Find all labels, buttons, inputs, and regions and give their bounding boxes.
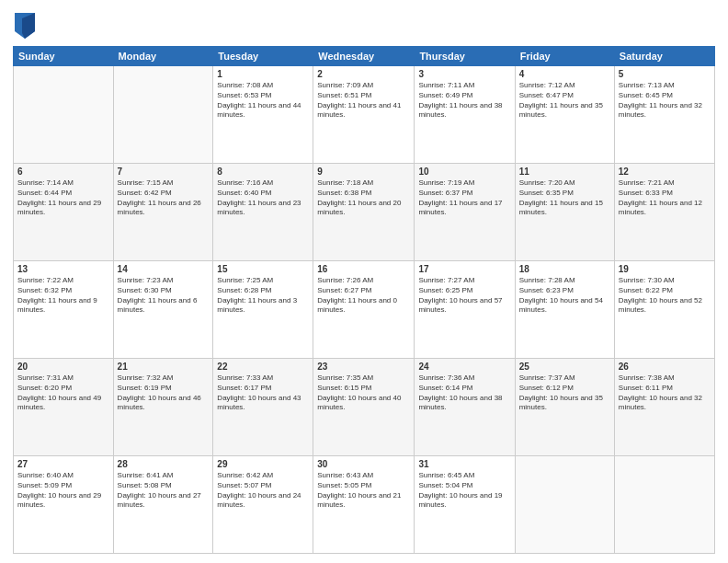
day-number: 4 <box>519 69 610 79</box>
day-number: 15 <box>217 264 309 274</box>
weekday-header-tuesday: Tuesday <box>213 47 313 66</box>
day-number: 7 <box>118 167 210 177</box>
day-number: 12 <box>619 167 711 177</box>
day-info: Sunrise: 7:21 AM Sunset: 6:33 PM Dayligh… <box>619 178 711 218</box>
day-number: 16 <box>317 264 410 274</box>
day-info: Sunrise: 7:19 AM Sunset: 6:37 PM Dayligh… <box>418 178 510 218</box>
calendar-header: SundayMondayTuesdayWednesdayThursdayFrid… <box>14 47 715 66</box>
day-number: 11 <box>519 167 610 177</box>
calendar-cell: 30Sunrise: 6:43 AM Sunset: 5:05 PM Dayli… <box>313 456 415 554</box>
calendar-cell: 19Sunrise: 7:30 AM Sunset: 6:22 PM Dayli… <box>614 261 714 359</box>
day-info: Sunrise: 7:31 AM Sunset: 6:20 PM Dayligh… <box>17 373 109 413</box>
weekday-header-thursday: Thursday <box>415 47 515 66</box>
weekday-header-friday: Friday <box>515 47 614 66</box>
day-number: 20 <box>17 362 109 372</box>
day-number: 23 <box>317 362 410 372</box>
day-info: Sunrise: 7:35 AM Sunset: 6:15 PM Dayligh… <box>317 373 410 413</box>
calendar-cell: 29Sunrise: 6:42 AM Sunset: 5:07 PM Dayli… <box>213 456 313 554</box>
day-number: 25 <box>519 362 610 372</box>
weekday-header-row: SundayMondayTuesdayWednesdayThursdayFrid… <box>14 47 715 66</box>
day-info: Sunrise: 7:14 AM Sunset: 6:44 PM Dayligh… <box>17 178 109 218</box>
day-info: Sunrise: 7:12 AM Sunset: 6:47 PM Dayligh… <box>519 81 610 121</box>
day-info: Sunrise: 7:23 AM Sunset: 6:30 PM Dayligh… <box>118 276 210 316</box>
day-number: 19 <box>619 264 711 274</box>
calendar-cell: 2Sunrise: 7:09 AM Sunset: 6:51 PM Daylig… <box>313 66 415 164</box>
calendar-cell: 27Sunrise: 6:40 AM Sunset: 5:09 PM Dayli… <box>14 456 114 554</box>
calendar-cell: 14Sunrise: 7:23 AM Sunset: 6:30 PM Dayli… <box>113 261 213 359</box>
calendar-cell: 4Sunrise: 7:12 AM Sunset: 6:47 PM Daylig… <box>515 66 614 164</box>
calendar-cell: 26Sunrise: 7:38 AM Sunset: 6:11 PM Dayli… <box>614 359 714 456</box>
day-number: 27 <box>17 459 109 469</box>
day-info: Sunrise: 7:16 AM Sunset: 6:40 PM Dayligh… <box>217 178 309 218</box>
day-info: Sunrise: 7:22 AM Sunset: 6:32 PM Dayligh… <box>17 276 109 316</box>
day-number: 24 <box>418 362 510 372</box>
calendar-cell <box>614 456 714 554</box>
day-number: 1 <box>217 69 309 79</box>
calendar-week-5: 27Sunrise: 6:40 AM Sunset: 5:09 PM Dayli… <box>14 456 715 554</box>
day-info: Sunrise: 7:08 AM Sunset: 6:53 PM Dayligh… <box>217 81 309 121</box>
calendar-week-1: 1Sunrise: 7:08 AM Sunset: 6:53 PM Daylig… <box>14 66 715 164</box>
calendar-table: SundayMondayTuesdayWednesdayThursdayFrid… <box>13 46 715 554</box>
day-number: 30 <box>317 459 410 469</box>
weekday-header-wednesday: Wednesday <box>313 47 415 66</box>
day-info: Sunrise: 7:25 AM Sunset: 6:28 PM Dayligh… <box>217 276 309 316</box>
header <box>13 9 715 39</box>
day-number: 21 <box>118 362 210 372</box>
day-info: Sunrise: 6:45 AM Sunset: 5:04 PM Dayligh… <box>418 471 510 511</box>
calendar-cell: 18Sunrise: 7:28 AM Sunset: 6:23 PM Dayli… <box>515 261 614 359</box>
calendar-cell <box>113 66 213 164</box>
calendar-cell: 3Sunrise: 7:11 AM Sunset: 6:49 PM Daylig… <box>415 66 515 164</box>
calendar-cell: 28Sunrise: 6:41 AM Sunset: 5:08 PM Dayli… <box>113 456 213 554</box>
calendar-week-3: 13Sunrise: 7:22 AM Sunset: 6:32 PM Dayli… <box>14 261 715 359</box>
day-number: 6 <box>17 167 109 177</box>
calendar-cell: 8Sunrise: 7:16 AM Sunset: 6:40 PM Daylig… <box>213 164 313 261</box>
calendar-body: 1Sunrise: 7:08 AM Sunset: 6:53 PM Daylig… <box>14 66 715 554</box>
day-info: Sunrise: 7:20 AM Sunset: 6:35 PM Dayligh… <box>519 178 610 218</box>
page: SundayMondayTuesdayWednesdayThursdayFrid… <box>0 0 728 563</box>
day-info: Sunrise: 6:40 AM Sunset: 5:09 PM Dayligh… <box>17 471 109 511</box>
day-number: 8 <box>217 167 309 177</box>
calendar-cell <box>14 66 114 164</box>
day-info: Sunrise: 7:18 AM Sunset: 6:38 PM Dayligh… <box>317 178 410 218</box>
calendar-cell: 16Sunrise: 7:26 AM Sunset: 6:27 PM Dayli… <box>313 261 415 359</box>
day-number: 2 <box>317 69 410 79</box>
calendar-cell: 12Sunrise: 7:21 AM Sunset: 6:33 PM Dayli… <box>614 164 714 261</box>
day-info: Sunrise: 7:09 AM Sunset: 6:51 PM Dayligh… <box>317 81 410 121</box>
day-number: 14 <box>118 264 210 274</box>
day-number: 28 <box>118 459 210 469</box>
day-info: Sunrise: 7:37 AM Sunset: 6:12 PM Dayligh… <box>519 373 610 413</box>
calendar-cell: 11Sunrise: 7:20 AM Sunset: 6:35 PM Dayli… <box>515 164 614 261</box>
day-number: 13 <box>17 264 109 274</box>
calendar-cell: 17Sunrise: 7:27 AM Sunset: 6:25 PM Dayli… <box>415 261 515 359</box>
weekday-header-monday: Monday <box>113 47 213 66</box>
weekday-header-sunday: Sunday <box>14 47 114 66</box>
calendar-cell: 10Sunrise: 7:19 AM Sunset: 6:37 PM Dayli… <box>415 164 515 261</box>
day-number: 31 <box>418 459 510 469</box>
calendar-cell: 21Sunrise: 7:32 AM Sunset: 6:19 PM Dayli… <box>113 359 213 456</box>
day-info: Sunrise: 7:27 AM Sunset: 6:25 PM Dayligh… <box>418 276 510 316</box>
day-info: Sunrise: 7:13 AM Sunset: 6:45 PM Dayligh… <box>619 81 711 121</box>
calendar-cell: 15Sunrise: 7:25 AM Sunset: 6:28 PM Dayli… <box>213 261 313 359</box>
weekday-header-saturday: Saturday <box>614 47 714 66</box>
day-info: Sunrise: 7:11 AM Sunset: 6:49 PM Dayligh… <box>418 81 510 121</box>
day-info: Sunrise: 6:42 AM Sunset: 5:07 PM Dayligh… <box>217 471 309 511</box>
calendar-cell: 31Sunrise: 6:45 AM Sunset: 5:04 PM Dayli… <box>415 456 515 554</box>
day-number: 18 <box>519 264 610 274</box>
day-info: Sunrise: 7:26 AM Sunset: 6:27 PM Dayligh… <box>317 276 410 316</box>
calendar-cell: 9Sunrise: 7:18 AM Sunset: 6:38 PM Daylig… <box>313 164 415 261</box>
day-number: 5 <box>619 69 711 79</box>
day-number: 17 <box>418 264 510 274</box>
day-info: Sunrise: 7:15 AM Sunset: 6:42 PM Dayligh… <box>118 178 210 218</box>
day-info: Sunrise: 7:33 AM Sunset: 6:17 PM Dayligh… <box>217 373 309 413</box>
calendar-cell: 24Sunrise: 7:36 AM Sunset: 6:14 PM Dayli… <box>415 359 515 456</box>
logo-icon <box>15 13 35 39</box>
day-info: Sunrise: 7:28 AM Sunset: 6:23 PM Dayligh… <box>519 276 610 316</box>
calendar-cell: 1Sunrise: 7:08 AM Sunset: 6:53 PM Daylig… <box>213 66 313 164</box>
day-number: 26 <box>619 362 711 372</box>
day-number: 10 <box>418 167 510 177</box>
calendar-week-4: 20Sunrise: 7:31 AM Sunset: 6:20 PM Dayli… <box>14 359 715 456</box>
calendar-cell: 5Sunrise: 7:13 AM Sunset: 6:45 PM Daylig… <box>614 66 714 164</box>
calendar-cell: 6Sunrise: 7:14 AM Sunset: 6:44 PM Daylig… <box>14 164 114 261</box>
calendar-cell: 13Sunrise: 7:22 AM Sunset: 6:32 PM Dayli… <box>14 261 114 359</box>
day-info: Sunrise: 6:43 AM Sunset: 5:05 PM Dayligh… <box>317 471 410 511</box>
